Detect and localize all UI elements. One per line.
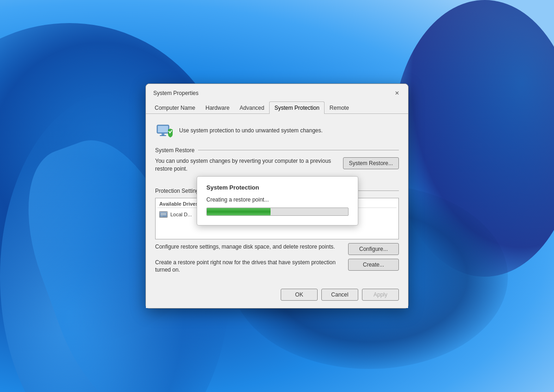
svg-rect-2 [162, 133, 164, 135]
tab-computer-name[interactable]: Computer Name [150, 101, 200, 114]
available-drives-header: Available Drives [159, 201, 199, 207]
drive-name: Local D... [170, 212, 192, 217]
configure-button[interactable]: Configure... [348, 243, 399, 255]
system-restore-button[interactable]: System Restore... [343, 157, 399, 169]
close-button[interactable]: ✕ [391, 88, 403, 99]
tab-advanced[interactable]: Advanced [235, 101, 269, 114]
progress-bar-track [206, 208, 349, 216]
tab-hardware[interactable]: Hardware [200, 101, 235, 114]
create-button[interactable]: Create... [348, 259, 399, 271]
system-restore-section-header: System Restore [155, 147, 399, 154]
tab-system-protection[interactable]: System Protection [269, 101, 324, 114]
progress-dialog: System Protection Creating a restore poi… [197, 176, 358, 226]
description-row: Use system protection to undo unwanted s… [155, 121, 399, 140]
drive-svg [160, 212, 167, 217]
system-restore-text: You can undo system changes by reverting… [155, 157, 337, 173]
dialog-overlay: System Properties ✕ Computer Name Hardwa… [0, 0, 554, 392]
configure-text: Configure restore settings, manage disk … [155, 243, 343, 251]
create-text: Create a restore point right now for the… [155, 259, 343, 274]
system-restore-row: You can undo system changes by reverting… [155, 157, 399, 173]
cancel-button[interactable]: Cancel [321, 289, 358, 301]
svg-rect-5 [161, 213, 166, 215]
create-row: Create a restore point right now for the… [155, 259, 399, 274]
svg-rect-1 [158, 126, 168, 132]
apply-button[interactable]: Apply [362, 289, 399, 301]
computer-shield-svg [155, 121, 174, 140]
drive-icon [159, 211, 168, 218]
tabs-bar: Computer Name Hardware Advanced System P… [146, 101, 408, 114]
system-restore-line [198, 150, 399, 150]
system-protection-icon [155, 121, 174, 140]
svg-rect-6 [161, 216, 163, 216]
protection-settings-label: Protection Settings [155, 188, 202, 194]
progress-bar-fill [207, 208, 271, 215]
system-restore-label: System Restore [155, 147, 194, 154]
tab-remote[interactable]: Remote [325, 101, 354, 114]
dialog-titlebar: System Properties ✕ [146, 84, 408, 101]
system-properties-dialog: System Properties ✕ Computer Name Hardwa… [145, 83, 409, 309]
progress-dialog-title: System Protection [206, 184, 349, 191]
configure-row: Configure restore settings, manage disk … [155, 243, 399, 255]
dialog-footer: OK Cancel Apply [146, 285, 408, 308]
description-text: Use system protection to undo unwanted s… [179, 127, 323, 135]
ok-button[interactable]: OK [281, 289, 318, 301]
dialog-title: System Properties [153, 90, 199, 96]
svg-rect-3 [160, 135, 166, 136]
progress-message: Creating a restore point... [206, 196, 349, 203]
